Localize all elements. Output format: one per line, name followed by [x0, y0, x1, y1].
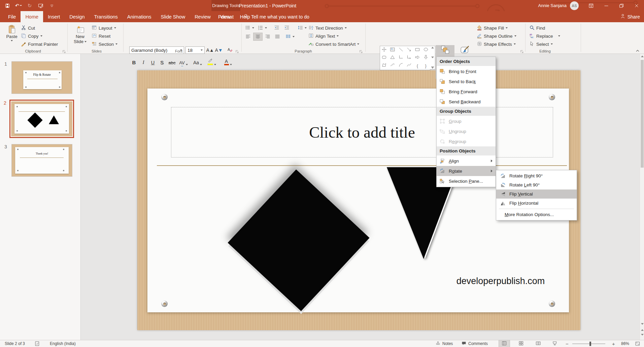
gallery-more-icon[interactable] [431, 66, 434, 69]
submenu-item-rotate-right-90[interactable]: Rotate Right 90° [496, 171, 577, 180]
line-spacing-button[interactable] [298, 24, 307, 32]
bullets-button[interactable] [245, 24, 254, 32]
increase-indent-button[interactable] [284, 24, 290, 32]
find-button[interactable]: Find [529, 24, 545, 32]
menu-item-send-to-back[interactable]: Send to Back [437, 76, 496, 86]
tab-home[interactable]: Home [21, 11, 43, 22]
slide-counter[interactable]: Slide 2 of 3 [5, 340, 25, 347]
replace-button[interactable]: abacReplace [529, 32, 560, 40]
slide-3-thumbnail[interactable]: Thank you! [11, 144, 72, 177]
tab-design[interactable]: Design [65, 11, 89, 22]
shape-freeform-icon[interactable] [381, 62, 387, 69]
change-case-button[interactable]: Aa [192, 57, 203, 65]
shapes-gallery-scrollbar[interactable] [430, 46, 435, 70]
menu-item-align[interactable]: Align [437, 156, 496, 166]
shape-brace-left-icon[interactable]: { [417, 63, 418, 69]
copy-button[interactable]: Copy [21, 32, 42, 40]
shape-arc-icon[interactable] [398, 62, 404, 69]
zoom-in-button[interactable]: + [612, 340, 615, 347]
accessibility-check-icon[interactable] [35, 340, 40, 347]
new-slide-button[interactable]: New Slide [71, 23, 89, 44]
zoom-level[interactable]: 86% [621, 340, 629, 347]
slide-sorter-view-button[interactable] [516, 340, 527, 347]
clear-formatting-button[interactable]: A [226, 46, 234, 54]
language-indicator[interactable]: English (India) [50, 340, 76, 347]
shape-arrow-down-icon[interactable] [423, 55, 429, 61]
grow-font-button[interactable]: A▲ [206, 46, 214, 54]
shrink-font-button[interactable]: A▼ [215, 46, 223, 54]
reading-view-button[interactable] [533, 340, 544, 347]
align-center-button[interactable] [253, 33, 262, 40]
highlight-button[interactable] [206, 57, 217, 65]
menu-item-send-backward[interactable]: Send Backward [437, 97, 496, 107]
justify-button[interactable] [273, 33, 282, 40]
slide-1-thumbnail[interactable]: Flip & Rotate [11, 61, 72, 94]
fit-to-window-icon[interactable] [635, 340, 640, 347]
tab-insert[interactable]: Insert [43, 11, 65, 22]
menu-item-selection-pane[interactable]: Selection Pane... [437, 176, 496, 186]
underline-button[interactable]: U [149, 57, 156, 65]
section-button[interactable]: Section [92, 40, 117, 48]
undo-icon[interactable]: ↶ [14, 1, 23, 10]
convert-to-smartart-button[interactable]: Convert to SmartArt [308, 40, 359, 48]
clipboard-dialog-launcher-icon[interactable] [62, 49, 66, 53]
tell-me-box[interactable]: Tell me what you want to do [243, 11, 309, 22]
gallery-scroll-up-icon[interactable] [431, 47, 434, 48]
shape-elbow-icon[interactable] [398, 55, 404, 61]
shape-elbow-arrow-icon[interactable] [406, 55, 412, 61]
layout-button[interactable]: Layout [92, 24, 116, 32]
customize-qat-icon[interactable] [48, 1, 56, 10]
menu-item-rotate[interactable]: Rotate [437, 166, 496, 176]
comments-button[interactable]: Comments [461, 340, 488, 347]
tab-slide-show[interactable]: Slide Show [156, 11, 190, 22]
font-dialog-launcher-icon[interactable] [235, 49, 239, 53]
zoom-slider-track[interactable] [572, 344, 605, 344]
scroll-down-icon[interactable] [641, 323, 644, 325]
format-painter-button[interactable]: Format Painter [21, 40, 58, 48]
numbering-button[interactable]: 123 [258, 24, 267, 32]
restore-button[interactable] [614, 0, 629, 11]
zoom-slider-thumb[interactable] [589, 342, 591, 346]
shapes-gallery[interactable]: A{} [380, 46, 430, 70]
avatar[interactable]: AS [570, 1, 579, 10]
collapse-ribbon-icon[interactable] [636, 49, 640, 53]
shape-oval-icon[interactable] [423, 47, 429, 54]
save-icon[interactable] [3, 1, 11, 10]
bold-button[interactable]: B [131, 57, 137, 65]
cut-button[interactable]: Cut [21, 24, 35, 32]
submenu-item-flip-horizontal[interactable]: Flip Horizontal [496, 199, 577, 208]
shape-scribble-icon[interactable] [390, 62, 395, 69]
menu-item-bring-forward[interactable]: Bring Forward [437, 86, 496, 97]
shape-arrow-right-icon[interactable] [415, 55, 420, 61]
scrollbar-thumb[interactable] [641, 60, 644, 168]
shape-textbox-icon[interactable]: A [390, 47, 395, 54]
submenu-item-rotate-left-90[interactable]: Rotate Left 90° [496, 180, 577, 189]
close-button[interactable] [629, 0, 644, 11]
align-text-button[interactable]: Align Text [308, 32, 339, 40]
start-slideshow-icon[interactable] [37, 1, 45, 10]
shape-fill-button[interactable]: Shape Fill [477, 24, 508, 32]
paste-button[interactable]: Paste [4, 23, 20, 41]
strikethrough-button[interactable]: abc [167, 57, 177, 65]
menu-item-bring-to-front[interactable]: Bring to Front [437, 66, 496, 76]
gallery-scroll-down-icon[interactable] [431, 57, 434, 58]
next-slide-icon[interactable] [641, 334, 644, 336]
zoom-out-button[interactable]: − [566, 340, 569, 347]
select-button[interactable]: Select [529, 40, 553, 48]
vertical-scrollbar[interactable] [640, 54, 644, 340]
decrease-indent-button[interactable] [274, 24, 279, 32]
tab-animations[interactable]: Animations [123, 11, 156, 22]
minimize-button[interactable] [599, 0, 614, 11]
slide-2-thumbnail[interactable] [9, 100, 74, 138]
scroll-up-icon[interactable] [641, 56, 644, 57]
align-left-button[interactable] [244, 33, 252, 40]
text-shadow-button[interactable]: S [159, 57, 165, 65]
character-spacing-button[interactable]: AV↔ [178, 57, 189, 65]
redo-icon[interactable]: ↻ [26, 1, 34, 10]
italic-button[interactable]: I [140, 57, 147, 65]
text-direction-button[interactable]: AText Direction [308, 24, 347, 32]
drawing-dialog-launcher-icon[interactable] [520, 49, 524, 53]
shape-effects-button[interactable]: Shape Effects [477, 40, 516, 48]
share-button[interactable]: Share [620, 11, 640, 22]
paragraph-dialog-launcher-icon[interactable] [359, 49, 363, 53]
